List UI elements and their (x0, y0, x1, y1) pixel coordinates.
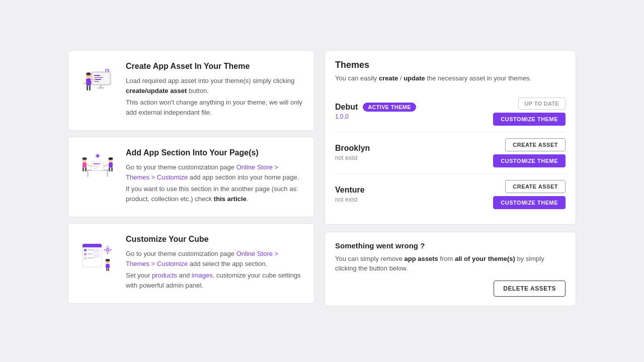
btn-delete-assets[interactable]: DELETE ASSETS (494, 281, 566, 297)
theme-debut-info: Debut Active Theme 1.0.0 (335, 103, 416, 120)
svg-rect-46 (84, 253, 87, 255)
theme-row-venture: Venture not exist CREATE ASSET CUSTOMIZE… (335, 174, 566, 215)
svg-rect-37 (111, 167, 113, 171)
link-products[interactable]: products (152, 272, 177, 279)
svg-rect-11 (87, 85, 88, 90)
btn-create-asset-brooklyn[interactable]: CREATE ASSET (505, 138, 566, 151)
svg-rect-56 (107, 252, 108, 254)
card-customize-cube-text1: Go to your theme customization page Onli… (126, 249, 303, 268)
svg-rect-3 (94, 77, 103, 78)
card-customize-cube-text2: Set your products and images, customize … (126, 270, 303, 290)
svg-rect-55 (107, 246, 108, 247)
svg-rect-5 (94, 81, 99, 82)
card-add-section-title: Add App Section Into Your Page(s) (126, 148, 303, 157)
theme-brooklyn-info: Brooklyn not exist (335, 144, 370, 161)
svg-rect-47 (88, 253, 93, 254)
svg-rect-16 (106, 70, 108, 71)
card-create-asset-content: Create App Asset In Your Theme Load requ… (126, 62, 303, 119)
illustration-section (77, 148, 118, 189)
svg-rect-50 (94, 249, 100, 253)
theme-brooklyn-name: Brooklyn (335, 144, 370, 153)
svg-rect-62 (106, 268, 108, 271)
theme-row-brooklyn: Brooklyn not exist CREATE ASSET CUSTOMIZ… (335, 132, 566, 174)
svg-rect-23 (93, 165, 98, 166)
svg-rect-17 (106, 71, 108, 72)
theme-debut-name-row: Debut Active Theme (335, 103, 416, 112)
theme-debut-version: 1.0.0 (335, 113, 416, 120)
error-actions: DELETE ASSETS (335, 281, 566, 297)
error-text: You can simply remove app assets from al… (335, 254, 566, 274)
svg-rect-22 (93, 163, 100, 164)
svg-rect-7 (97, 87, 104, 88)
link-online-store-2[interactable]: Online Store > Themes > Customize (126, 250, 278, 267)
right-panel: Themes You can easily create / update th… (325, 50, 576, 306)
theme-venture-info: Venture not exist (335, 186, 365, 203)
svg-rect-19 (87, 171, 89, 177)
btn-customize-brooklyn[interactable]: CUSTOMIZE THEME (493, 154, 566, 167)
card-customize-cube-content: Customize Your Cube Go to your theme cus… (126, 235, 303, 292)
themes-subtitle: You can easily create / update the neces… (335, 73, 566, 83)
svg-rect-28 (83, 162, 87, 167)
svg-rect-43 (83, 245, 102, 247)
card-add-section-text1: Go to your theme customization page Onli… (126, 162, 303, 182)
link-online-store-1[interactable]: Online Store > Themes > Customize (126, 163, 278, 181)
svg-rect-2 (94, 75, 100, 76)
card-customize-cube-title: Customize Your Cube (126, 235, 303, 244)
btn-customize-debut[interactable]: CUSTOMIZE THEME (493, 113, 566, 126)
card-customize-cube: Customize Your Cube Go to your theme cus… (68, 223, 314, 304)
svg-rect-63 (108, 268, 110, 271)
svg-rect-34 (109, 162, 113, 167)
card-add-section: Add App Section Into Your Page(s) Go to … (68, 137, 314, 217)
main-container: Create App Asset In Your Theme Load requ… (68, 50, 576, 306)
badge-active-theme: Active Theme (363, 103, 416, 112)
svg-rect-48 (84, 257, 87, 259)
svg-rect-40 (96, 155, 99, 156)
svg-rect-49 (88, 257, 94, 258)
svg-point-60 (106, 259, 110, 261)
link-this-article[interactable]: this article (214, 195, 247, 203)
svg-rect-10 (86, 78, 91, 85)
btn-create-asset-venture[interactable]: CREATE ASSET (505, 180, 566, 193)
theme-debut-actions: UP TO DATE CUSTOMIZE THEME (493, 98, 566, 126)
theme-row-debut: Debut Active Theme 1.0.0 UP TO DATE CUST… (335, 92, 566, 132)
themes-card: Themes You can easily create / update th… (325, 50, 576, 225)
svg-rect-25 (93, 168, 97, 169)
svg-rect-57 (104, 249, 105, 250)
illustration-asset (77, 62, 118, 102)
svg-rect-12 (89, 85, 91, 90)
svg-point-54 (107, 249, 109, 251)
svg-point-33 (109, 157, 113, 160)
svg-rect-61 (106, 264, 110, 268)
left-panel: Create App Asset In Your Theme Load requ… (68, 50, 314, 306)
themes-title: Themes (335, 60, 566, 70)
error-title: Something went wrong ? (335, 241, 566, 250)
svg-rect-6 (100, 85, 102, 87)
theme-venture-name-row: Venture (335, 186, 365, 195)
card-create-asset-text2: This action won't change anything in you… (126, 98, 303, 117)
svg-rect-58 (110, 249, 112, 250)
error-card: Something went wrong ? You can simply re… (325, 232, 576, 306)
theme-brooklyn-name-row: Brooklyn (335, 144, 370, 153)
illustration-cube (77, 235, 118, 275)
svg-rect-45 (88, 249, 95, 250)
svg-line-35 (104, 164, 109, 166)
svg-rect-30 (83, 167, 84, 171)
card-add-section-content: Add App Section Into Your Page(s) Go to … (126, 148, 303, 206)
card-create-asset-text1: Load required app asset into your theme(… (126, 76, 303, 96)
btn-customize-venture[interactable]: CUSTOMIZE THEME (493, 196, 566, 209)
theme-debut-name: Debut (335, 103, 358, 112)
theme-brooklyn-status: not exist (335, 154, 370, 161)
card-add-section-text2: If you want to use this section in the a… (126, 184, 303, 204)
theme-venture-actions: CREATE ASSET CUSTOMIZE THEME (493, 180, 566, 209)
svg-rect-21 (92, 161, 104, 170)
theme-venture-name: Venture (335, 186, 365, 195)
svg-point-9 (86, 72, 91, 75)
link-images[interactable]: images (192, 272, 213, 279)
svg-rect-44 (84, 249, 87, 251)
theme-venture-status: not exist (335, 196, 365, 203)
theme-brooklyn-actions: CREATE ASSET CUSTOMIZE THEME (493, 138, 566, 167)
svg-rect-31 (85, 167, 87, 171)
btn-up-to-date-debut: UP TO DATE (518, 98, 566, 110)
card-create-asset-title: Create App Asset In Your Theme (126, 62, 303, 71)
svg-point-27 (83, 157, 87, 160)
